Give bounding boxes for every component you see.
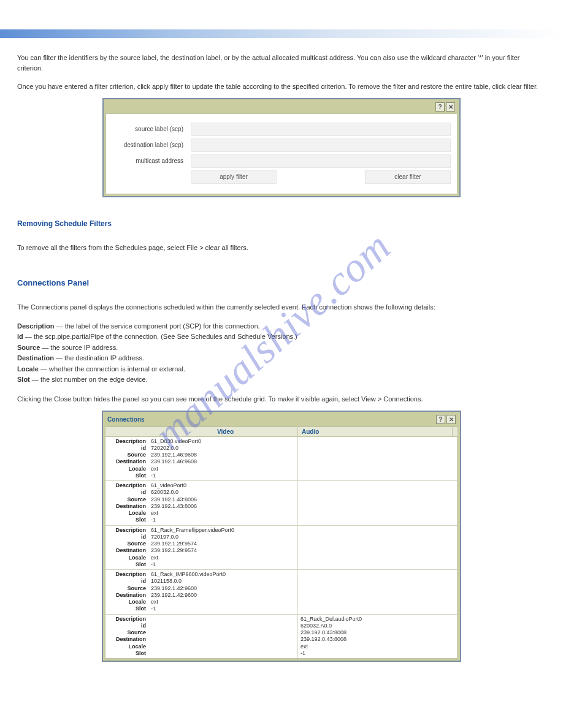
intro-paragraph-1: You can filter the identifiers by the so… [17, 53, 546, 73]
audio-values [298, 481, 458, 525]
connections-header-row: Video Audio [105, 427, 458, 437]
row-labels: DescriptionidSourceDestinationLocaleSlot [105, 570, 148, 614]
multicast-label: multicast address [112, 157, 186, 164]
col-video: Video [217, 427, 298, 436]
col-audio: Audio [298, 427, 453, 436]
audio-values: 61_Rack_Del.audioPort0620032.A0.0239.192… [298, 615, 458, 659]
close-icon[interactable]: ✕ [446, 102, 455, 112]
intro-paragraph-2: Once you have entered a filter criterion… [17, 82, 546, 92]
connections-panel: Connections ? ✕ Video Audio Descriptioni… [102, 411, 461, 662]
video-values: 61_Rack_IMP9600.videoPort01021158.0.0239… [148, 570, 298, 614]
table-row: DescriptionidSourceDestinationLocaleSlot… [105, 480, 458, 525]
source-input[interactable] [191, 123, 451, 136]
table-row: DescriptionidSourceDestinationLocaleSlot… [105, 437, 458, 481]
multicast-input[interactable] [191, 154, 451, 168]
audio-values [298, 526, 458, 570]
row-labels: DescriptionidSourceDestinationLocaleSlot [105, 437, 148, 481]
help-icon[interactable]: ? [436, 415, 445, 424]
table-row: DescriptionidSourceDestinationLocaleSlot… [105, 614, 458, 659]
dest-input[interactable] [191, 138, 451, 152]
row-labels: DescriptionidSourceDestinationLocaleSlot [105, 615, 148, 659]
video-values: 61_videoPort0620032.0.0239.192.1.43:8006… [148, 481, 298, 525]
filter-body: source label (scp) destination label (sc… [105, 113, 458, 194]
connections-titlebar: Connections ? ✕ [105, 414, 458, 426]
heading-remove-filters: Removing Schedule Filters [17, 219, 546, 228]
connections-close-text: Clicking the Close button hides the pane… [17, 394, 546, 404]
dest-label: destination label (scp) [112, 142, 186, 148]
video-values: 61_Rack_Frameflipper.videoPort0720197.0.… [148, 526, 298, 570]
video-values [148, 615, 298, 659]
connections-intro: The Connections panel displays the conne… [17, 302, 546, 313]
filter-panel: ? ✕ source label (scp) destination label… [102, 98, 461, 197]
audio-values [298, 570, 458, 614]
video-values: 61_D830.videoPort0720202.0.0239.192.1.46… [148, 437, 298, 481]
clear-filter-button[interactable]: clear filter [365, 170, 451, 184]
header-gradient [0, 29, 563, 38]
connections-body: DescriptionidSourceDestinationLocaleSlot… [105, 437, 458, 659]
filter-titlebar: ? ✕ [105, 101, 458, 113]
apply-filter-button[interactable]: apply filter [191, 170, 277, 184]
table-row: DescriptionidSourceDestinationLocaleSlot… [105, 569, 458, 614]
connections-title: Connections [107, 416, 145, 423]
audio-values [298, 437, 458, 481]
source-label: source label (scp) [112, 126, 186, 132]
row-labels: DescriptionidSourceDestinationLocaleSlot [105, 481, 148, 525]
detail-list: Description — the label of the service c… [17, 321, 546, 386]
row-labels: DescriptionidSourceDestinationLocaleSlot [105, 526, 148, 570]
remove-filters-text: To remove all the filters from the Sched… [17, 243, 546, 253]
table-row: DescriptionidSourceDestinationLocaleSlot… [105, 525, 458, 570]
close-icon[interactable]: ✕ [446, 415, 456, 424]
heading-connections: Connections Panel [17, 278, 546, 287]
help-icon[interactable]: ? [435, 102, 445, 112]
